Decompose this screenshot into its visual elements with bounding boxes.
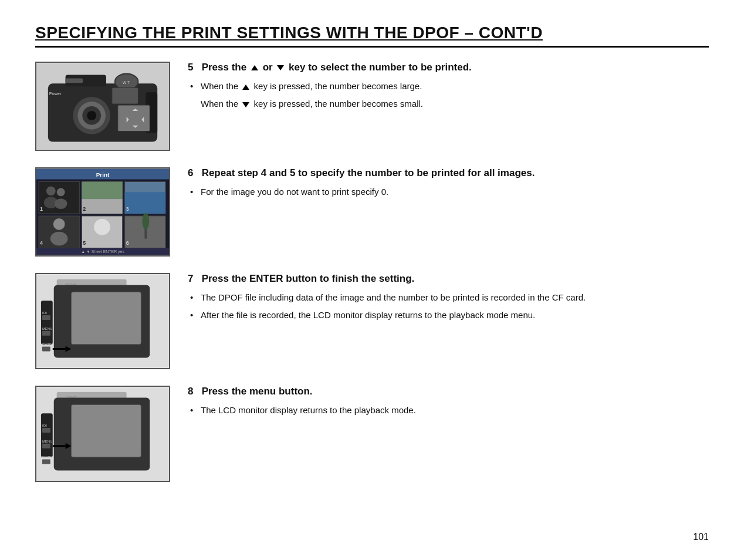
step6-heading: 6 Repeat step 4 and 5 to specify the num…: [188, 167, 709, 179]
step5-number: 5: [188, 62, 193, 73]
step5-content: 5 Press the or key to select the number …: [188, 62, 709, 114]
svg-rect-29: [82, 199, 122, 214]
print-screen-illustration: Print 1 2 3 4: [36, 168, 169, 255]
step5-bullet2: When the key is pressed, the number beco…: [188, 97, 709, 111]
svg-text:Print: Print: [96, 171, 110, 178]
svg-rect-12: [112, 87, 138, 104]
step7-heading: 7 Press the ENTER button to finish the s…: [188, 273, 709, 285]
step8-bullet1: • The LCD monitor display returns to the…: [188, 403, 709, 417]
svg-text:6: 6: [126, 241, 129, 247]
step8-heading: 8 Press the menu button.: [188, 386, 709, 397]
step7-bullet2: • After the file is recorded, the LCD mo…: [188, 308, 709, 322]
svg-text:▲ ▼ Sheet    ENTER yes: ▲ ▼ Sheet ENTER yes: [81, 249, 124, 254]
svg-text:MENU: MENU: [42, 440, 52, 443]
svg-rect-60: [42, 347, 50, 352]
step7-bullet1: • The DPOF file including data of the im…: [188, 291, 709, 305]
step5-body: • When the key is pressed, the number be…: [188, 79, 709, 111]
page-number: 101: [693, 532, 709, 542]
page-title: SPECIFYING THE PRINT SETTINGS WITH THE D…: [35, 23, 709, 48]
svg-point-35: [53, 218, 65, 230]
svg-point-43: [142, 213, 149, 230]
camera-side-illustration-1: Power ▶ ||| IOI MENU ENTER: [36, 274, 169, 368]
step8-image: Power ▶ ||| IOI MENU ENTER: [35, 386, 170, 482]
step7-number: 7: [188, 273, 193, 284]
svg-text:ENTER: ENTER: [42, 343, 55, 346]
svg-rect-58: [42, 331, 50, 336]
svg-text:2: 2: [83, 206, 86, 212]
svg-text:1: 1: [40, 206, 43, 212]
step5-bullet1: • When the key is pressed, the number be…: [188, 79, 709, 93]
step8-number: 8: [188, 386, 193, 397]
arrow-down-icon: [277, 65, 284, 70]
svg-rect-70: [41, 413, 53, 457]
svg-text:MENU: MENU: [42, 327, 52, 330]
svg-text:IOI: IOI: [42, 424, 47, 427]
step6-body: • For the image you do not want to print…: [188, 185, 709, 199]
svg-text:W T: W T: [123, 80, 130, 85]
step7-section: Power ▶ ||| IOI MENU ENTER 7: [35, 273, 709, 369]
step6-content: 6 Repeat step 4 and 5 to specify the num…: [188, 167, 709, 203]
step5-heading: 5 Press the or key to select the number …: [188, 62, 709, 73]
svg-rect-72: [42, 428, 50, 433]
step8-body: • The LCD monitor display returns to the…: [188, 403, 709, 417]
arrow-up-inline: [242, 85, 249, 90]
step6-section: Print 1 2 3 4: [35, 167, 709, 257]
svg-rect-76: [42, 460, 50, 464]
svg-rect-69: [71, 404, 141, 457]
step8-section: Power ▶ ||| IOI MENU ENTER 8: [35, 386, 709, 482]
svg-point-25: [55, 198, 67, 209]
svg-text:4: 4: [40, 241, 43, 247]
step6-bullet1: • For the image you do not want to print…: [188, 185, 709, 199]
svg-point-39: [94, 219, 110, 235]
step7-body: • The DPOF file including data of the im…: [188, 291, 709, 322]
step5-section: Power W T 5 Press the or key: [35, 62, 709, 151]
svg-text:ENTER: ENTER: [42, 456, 55, 459]
svg-rect-56: [42, 315, 50, 320]
step8-content: 8 Press the menu button. • The LCD monit…: [188, 386, 709, 421]
svg-rect-53: [71, 292, 141, 344]
camera-side-illustration-2: Power ▶ ||| IOI MENU ENTER: [36, 387, 169, 481]
camera-illustration-1: Power W T: [36, 63, 169, 150]
step6-image: Print 1 2 3 4: [35, 167, 170, 257]
svg-point-36: [50, 232, 68, 246]
step7-content: 7 Press the ENTER button to finish the s…: [188, 273, 709, 326]
svg-point-24: [57, 188, 65, 196]
svg-rect-74: [42, 444, 50, 448]
svg-text:IOI: IOI: [42, 311, 47, 315]
step6-number: 6: [188, 167, 193, 178]
step7-image: Power ▶ ||| IOI MENU ENTER: [35, 273, 170, 369]
svg-text:5: 5: [83, 241, 86, 247]
svg-rect-28: [82, 181, 122, 199]
svg-point-6: [87, 111, 96, 120]
svg-rect-54: [41, 301, 53, 344]
svg-rect-13: [118, 105, 150, 131]
step5-image: Power W T: [35, 62, 170, 151]
arrow-up-icon: [251, 65, 258, 70]
svg-rect-32: [125, 192, 165, 214]
arrow-down-inline: [242, 102, 249, 107]
svg-rect-21: [39, 181, 79, 214]
svg-text:Power: Power: [49, 92, 62, 96]
svg-point-22: [46, 186, 56, 195]
svg-rect-10: [66, 78, 83, 83]
svg-text:3: 3: [126, 206, 129, 212]
